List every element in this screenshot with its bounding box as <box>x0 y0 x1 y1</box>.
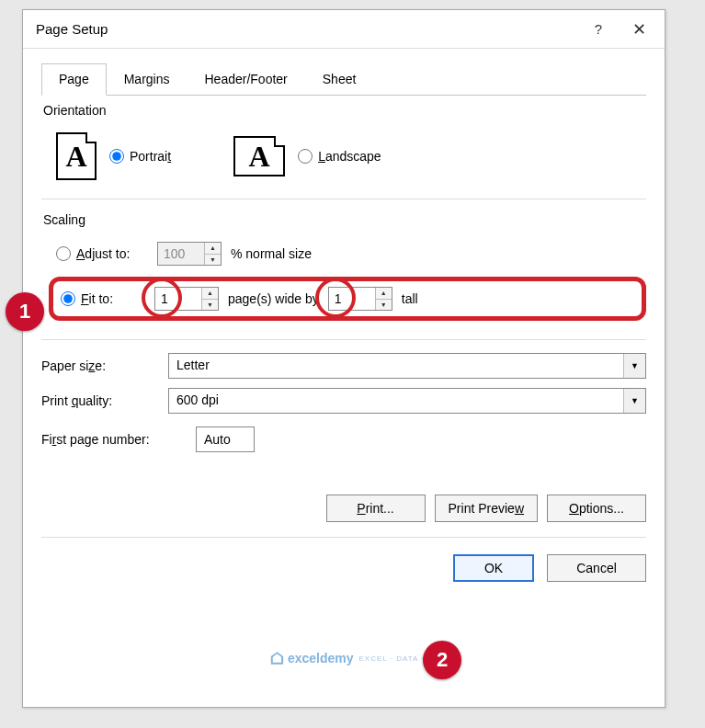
adjust-suffix: % normal size <box>231 246 312 261</box>
fit-wide-spinner[interactable]: ▲▼ <box>154 287 219 311</box>
portrait-icon: A <box>56 132 97 180</box>
fit-to-radio[interactable]: Fit to: <box>61 291 145 306</box>
tab-strip: Page Margins Header/Footer Sheet <box>41 63 646 96</box>
page-setup-dialog: Page Setup ? ✕ Page Margins Header/Foote… <box>22 9 665 708</box>
print-button[interactable]: Print... <box>326 495 426 522</box>
action-buttons: Print... Print Preview Options... <box>41 489 646 538</box>
portrait-radio-input[interactable] <box>109 149 124 164</box>
adjust-value-input[interactable] <box>158 243 204 265</box>
first-page-row: First page number: <box>41 427 646 452</box>
help-button[interactable]: ? <box>578 11 619 48</box>
spinner-up-icon[interactable]: ▲ <box>205 243 221 255</box>
adjust-to-radio[interactable]: Adjust to: <box>56 246 148 261</box>
scaling-title: Scaling <box>41 212 646 227</box>
titlebar: Page Setup ? ✕ <box>23 10 665 49</box>
spinner-up-icon[interactable]: ▲ <box>376 288 392 300</box>
fit-tall-suffix: tall <box>402 291 418 306</box>
cancel-button[interactable]: Cancel <box>547 554 646 582</box>
ok-button[interactable]: OK <box>453 554 534 582</box>
paper-size-combo[interactable]: Letter ▼ <box>168 353 646 379</box>
tab-margins[interactable]: Margins <box>107 63 188 95</box>
spinner-down-icon[interactable]: ▼ <box>202 300 218 311</box>
spinner-up-icon[interactable]: ▲ <box>202 288 218 300</box>
dialog-title: Page Setup <box>36 21 578 37</box>
dialog-footer: OK Cancel <box>23 538 665 582</box>
chevron-down-icon[interactable]: ▼ <box>623 354 645 378</box>
fit-mid-label: page(s) wide by <box>228 291 319 306</box>
spinner-down-icon[interactable]: ▼ <box>376 300 392 311</box>
adjust-to-row: Adjust to: ▲▼ % normal size <box>56 242 646 266</box>
tab-sheet[interactable]: Sheet <box>305 63 374 95</box>
paper-size-value: Letter <box>169 354 623 378</box>
scaling-group: Scaling Adjust to: ▲▼ % normal size <box>41 212 646 340</box>
close-button[interactable]: ✕ <box>619 11 659 48</box>
adjust-to-radio-input[interactable] <box>56 246 71 261</box>
fit-tall-spinner[interactable]: ▲▼ <box>328 287 392 311</box>
landscape-icon: A <box>233 136 285 176</box>
options-button[interactable]: Options... <box>547 495 646 522</box>
paper-size-row: Paper size: Letter ▼ <box>41 353 646 379</box>
spinner-down-icon[interactable]: ▼ <box>205 255 221 266</box>
chevron-down-icon[interactable]: ▼ <box>623 389 645 413</box>
tab-page[interactable]: Page <box>41 63 107 96</box>
orientation-group: Orientation A Portrait A Landscape <box>41 103 646 199</box>
first-page-input[interactable] <box>196 427 255 452</box>
fit-to-radio-input[interactable] <box>61 291 75 306</box>
landscape-radio-input[interactable] <box>298 149 313 164</box>
portrait-radio[interactable]: Portrait <box>109 149 171 164</box>
print-quality-value: 600 dpi <box>169 389 623 413</box>
landscape-radio[interactable]: Landscape <box>298 149 381 164</box>
print-quality-combo[interactable]: 600 dpi ▼ <box>168 388 646 414</box>
orientation-title: Orientation <box>41 103 646 118</box>
adjust-spinner[interactable]: ▲▼ <box>157 242 222 266</box>
annotation-badge-1: 1 <box>6 292 44 331</box>
fit-wide-input[interactable] <box>155 288 201 310</box>
fit-tall-input[interactable] <box>329 288 375 310</box>
annotation-badge-2: 2 <box>423 641 461 679</box>
fit-to-row-highlight: Fit to: ▲▼ page(s) wide by ▲▼ <box>49 277 646 321</box>
print-preview-button[interactable]: Print Preview <box>435 495 538 522</box>
tab-header-footer[interactable]: Header/Footer <box>188 63 305 95</box>
print-quality-row: Print quality: 600 dpi ▼ <box>41 388 646 414</box>
